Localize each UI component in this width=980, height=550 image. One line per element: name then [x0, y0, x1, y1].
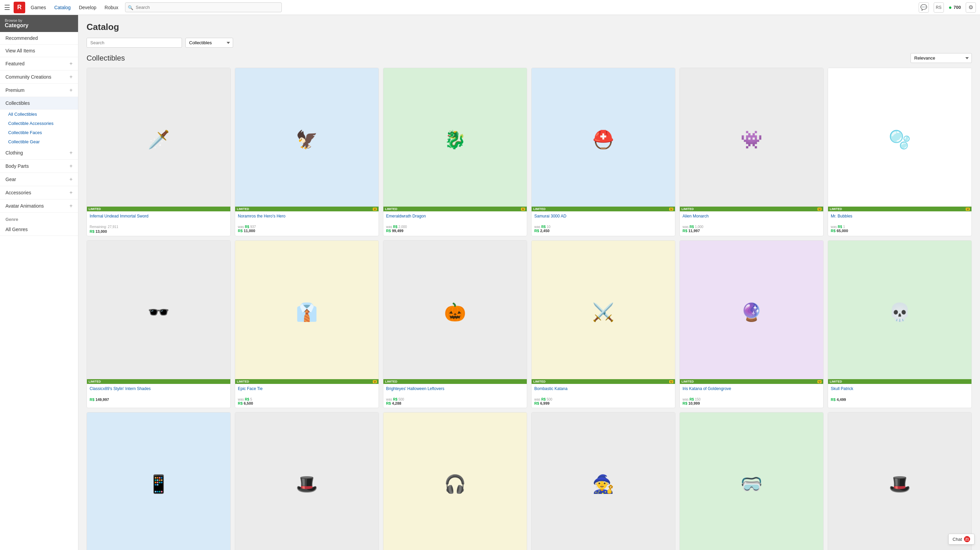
- limited-badge: LIMITEDU: [531, 379, 675, 384]
- sidebar-sub-collectible-faces[interactable]: Collectible Faces: [0, 128, 78, 137]
- catalog-topbar: Collectibles All Categories Clothing Gea…: [87, 38, 972, 48]
- item-card[interactable]: 🫧 LIMITEDU Mr. Bubbles was R$ 1R$ 65,000: [828, 68, 972, 236]
- chat-button[interactable]: Chat 21: [948, 534, 975, 545]
- settings-icon-btn[interactable]: ⚙: [966, 2, 976, 13]
- item-card[interactable]: 👔 LIMITEDU Epic Face Tie was R$ 5R$ 6,50…: [235, 240, 379, 408]
- sidebar-item-premium[interactable]: Premium +: [0, 84, 78, 97]
- item-card[interactable]: 🐉 LIMITEDU Emeraldwrath Dragon was R$ 2,…: [383, 68, 527, 236]
- item-image: 🗡️ LIMITED: [87, 68, 230, 211]
- limited-badge: LIMITED: [87, 379, 230, 384]
- sidebar-item-gear[interactable]: Gear +: [0, 173, 78, 186]
- sidebar-item-body-parts[interactable]: Body Parts +: [0, 160, 78, 173]
- limited-badge: LIMITED: [87, 207, 230, 211]
- catalog-title: Catalog: [87, 22, 972, 32]
- community-plus-icon: +: [70, 74, 73, 80]
- item-card[interactable]: 🔮 LIMITEDU Iris Katana of Goldengrove wa…: [679, 240, 824, 408]
- item-name: Iris Katana of Goldengrove: [682, 386, 821, 396]
- roblox-logo[interactable]: R: [14, 2, 25, 13]
- item-image: 🎧 LIMITED: [383, 412, 527, 550]
- item-image: 🔮 LIMITEDU: [680, 241, 823, 384]
- item-name: Epic Face Tie: [238, 386, 376, 396]
- item-image: 🕶️ LIMITED: [87, 241, 230, 384]
- robux-symbol: ●: [949, 5, 952, 11]
- robux-amount: ● 700: [949, 5, 961, 11]
- item-name: Classicx89's Stylin' Intern Shades: [90, 386, 228, 396]
- sidebar-sub-collectible-accessories[interactable]: Collectible Accessories: [0, 119, 78, 128]
- item-info: Alien Monarch was R$ 1,000R$ 11,997: [680, 211, 823, 235]
- limited-badge: LIMITEDU: [531, 207, 675, 211]
- item-card[interactable]: 🎩 LIMITED Dark Magic Top Hat was R$ 600R…: [828, 412, 972, 550]
- sidebar-item-accessories[interactable]: Accessories +: [0, 186, 78, 200]
- nav-robux[interactable]: Robux: [105, 5, 118, 10]
- chat-icon-btn[interactable]: 💬: [919, 2, 929, 13]
- item-name: Skull Patrick: [831, 386, 969, 396]
- sidebar-item-collectibles[interactable]: Collectibles: [0, 97, 78, 109]
- premium-plus-icon: +: [70, 87, 73, 93]
- item-card[interactable]: 🕶️ LIMITED Classicx89's Stylin' Intern S…: [87, 240, 231, 408]
- page-layout: Browse by Category Recommended View All …: [0, 15, 980, 550]
- item-info: Noramros the Hero's Hero was R$ 937R$ 11…: [235, 211, 379, 235]
- nav-develop[interactable]: Develop: [79, 5, 96, 10]
- catalog-search-input[interactable]: [87, 38, 182, 48]
- limited-badge: LIMITEDU: [680, 379, 823, 384]
- item-card[interactable]: 🧙 LIMITEDU Radomir The Rogue was R$ 500R…: [531, 412, 675, 550]
- item-card[interactable]: 👾 LIMITEDU Alien Monarch was R$ 1,000R$ …: [679, 68, 824, 236]
- item-card[interactable]: ⚔️ LIMITEDU Bombastic Katana was R$ 500R…: [531, 240, 675, 408]
- top-search-input[interactable]: [125, 2, 282, 12]
- sidebar-item-view-all[interactable]: View All Items: [0, 44, 78, 57]
- item-name: Bombastic Katana: [534, 386, 672, 396]
- item-name: Mr. Bubbles: [831, 214, 969, 224]
- item-card[interactable]: 💀 LIMITED Skull Patrick R$ 4,499: [828, 240, 972, 408]
- item-image: 🫧 LIMITEDU: [828, 68, 972, 211]
- chat-badge: 21: [964, 536, 970, 542]
- item-card[interactable]: 🎧 LIMITED Hot Jams Headphones R$ 4,995: [383, 412, 527, 550]
- sidebar-sub-all-collectibles[interactable]: All Collectibles: [0, 109, 78, 119]
- sidebar-item-all-genres[interactable]: All Genres: [0, 223, 78, 236]
- avatar-animations-plus-icon: +: [70, 203, 73, 209]
- item-image: 👾 LIMITEDU: [680, 68, 823, 211]
- hamburger-menu[interactable]: ☰: [4, 3, 10, 11]
- item-info: Classicx89's Stylin' Intern Shades R$ 14…: [87, 384, 230, 404]
- featured-plus-icon: +: [70, 60, 73, 67]
- sidebar-item-featured[interactable]: Featured +: [0, 57, 78, 70]
- item-card[interactable]: 🥽 LIMITEDU Wanwood Round Shades No Resel…: [679, 412, 824, 550]
- genre-section: Genre: [0, 213, 78, 223]
- sidebar-item-community-creations[interactable]: Community Creations +: [0, 70, 78, 84]
- item-card[interactable]: 🎩 LIMITEDU Neon Party Top Hat R$ 4,497: [235, 412, 379, 550]
- robux-value: 700: [953, 5, 961, 10]
- item-image: 🐉 LIMITEDU: [383, 68, 527, 211]
- body-parts-plus-icon: +: [70, 163, 73, 169]
- sidebar-item-avatar-animations[interactable]: Avatar Animations +: [0, 200, 78, 213]
- nav-games[interactable]: Games: [31, 5, 46, 10]
- item-info: Bombastic Katana was R$ 500R$ 6,999: [531, 384, 675, 408]
- item-image: 🎩 LIMITEDU: [235, 412, 379, 550]
- nav-catalog[interactable]: Catalog: [54, 5, 70, 10]
- item-info: Samurai 3000 AD was R$ 10R$ 2,450: [531, 211, 675, 235]
- robux-icon-btn[interactable]: RS: [934, 2, 944, 13]
- items-grid: 🗡️ LIMITED Infernal Undead Immortal Swor…: [87, 68, 972, 550]
- nav-links: Games Catalog Develop Robux: [31, 5, 118, 10]
- browse-by-label: Browse by: [5, 18, 73, 22]
- item-card[interactable]: 📱 LIMITEDU Merely's ROBLOX Tablet No Res…: [87, 412, 231, 550]
- item-card[interactable]: 🎃 LIMITED Brighteyes' Halloween Leftover…: [383, 240, 527, 408]
- item-image: 🦅 LIMITEDU: [235, 68, 379, 211]
- item-card[interactable]: 🦅 LIMITEDU Noramros the Hero's Hero was …: [235, 68, 379, 236]
- top-search-bar: 🔍: [125, 2, 282, 12]
- item-card[interactable]: ⛑️ LIMITEDU Samurai 3000 AD was R$ 10R$ …: [531, 68, 675, 236]
- section-header: Collectibles Relevance Price (Low to Hig…: [87, 53, 972, 63]
- limited-badge: LIMITEDU: [828, 207, 972, 211]
- item-card[interactable]: 🗡️ LIMITED Infernal Undead Immortal Swor…: [87, 68, 231, 236]
- item-image: 🎩 LIMITED: [828, 412, 972, 550]
- sidebar-item-clothing[interactable]: Clothing +: [0, 146, 78, 160]
- sidebar-item-recommended[interactable]: Recommended: [0, 32, 78, 44]
- category-title: Category: [5, 22, 73, 29]
- top-navigation: ☰ R Games Catalog Develop Robux 🔍 💬 RS ●…: [0, 0, 980, 15]
- category-select[interactable]: Collectibles All Categories Clothing Gea…: [185, 38, 233, 48]
- clothing-plus-icon: +: [70, 150, 73, 156]
- limited-badge: LIMITEDU: [383, 207, 527, 211]
- item-info: Emeraldwrath Dragon was R$ 2,000R$ 99,49…: [383, 211, 527, 235]
- chat-label: Chat: [953, 537, 962, 542]
- sidebar-sub-collectible-gear[interactable]: Collectible Gear: [0, 137, 78, 146]
- item-name: Noramros the Hero's Hero: [238, 214, 376, 224]
- sort-select[interactable]: Relevance Price (Low to High) Price (Hig…: [910, 53, 972, 63]
